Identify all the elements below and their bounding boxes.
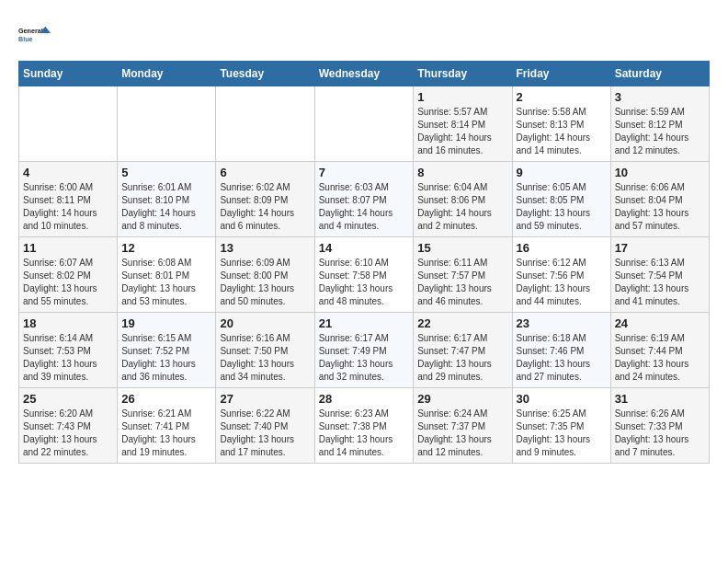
day-number: 2 [517, 90, 607, 104]
calendar-cell: 12Sunrise: 6:08 AM Sunset: 8:01 PM Dayli… [118, 237, 216, 313]
day-number: 8 [417, 166, 507, 179]
day-info: Sunrise: 6:12 AM Sunset: 7:56 PM Dayligh… [517, 257, 607, 308]
logo-icon: GeneralBlue [18, 18, 51, 52]
day-info: Sunrise: 6:05 AM Sunset: 8:05 PM Dayligh… [517, 181, 607, 233]
calendar-cell: 30Sunrise: 6:25 AM Sunset: 7:35 PM Dayli… [512, 388, 610, 464]
svg-text:General: General [18, 27, 43, 35]
calendar-cell: 13Sunrise: 6:09 AM Sunset: 8:00 PM Dayli… [216, 237, 314, 313]
day-info: Sunrise: 6:06 AM Sunset: 8:04 PM Dayligh… [615, 181, 705, 233]
day-info: Sunrise: 6:24 AM Sunset: 7:37 PM Dayligh… [417, 408, 507, 459]
weekday-header-row: SundayMondayTuesdayWednesdayThursdayFrid… [19, 62, 710, 86]
day-number: 28 [319, 392, 410, 406]
calendar-cell: 31Sunrise: 6:26 AM Sunset: 7:33 PM Dayli… [610, 388, 709, 464]
day-info: Sunrise: 6:23 AM Sunset: 7:38 PM Dayligh… [319, 408, 410, 459]
weekday-header-friday: Friday [512, 62, 610, 86]
calendar-cell [19, 86, 118, 162]
day-number: 11 [23, 241, 113, 255]
weekday-header-saturday: Saturday [610, 62, 709, 86]
weekday-header-tuesday: Tuesday [216, 62, 314, 86]
day-number: 20 [220, 316, 310, 330]
weekday-header-monday: Monday [118, 62, 216, 86]
calendar-cell: 6Sunrise: 6:02 AM Sunset: 8:09 PM Daylig… [216, 162, 314, 237]
day-info: Sunrise: 6:22 AM Sunset: 7:40 PM Dayligh… [220, 408, 310, 459]
calendar-cell: 29Sunrise: 6:24 AM Sunset: 7:37 PM Dayli… [414, 388, 512, 464]
day-number: 13 [220, 241, 310, 255]
day-info: Sunrise: 6:19 AM Sunset: 7:44 PM Dayligh… [615, 332, 705, 384]
svg-text:Blue: Blue [18, 35, 33, 43]
day-number: 17 [615, 241, 705, 255]
day-info: Sunrise: 6:04 AM Sunset: 8:06 PM Dayligh… [417, 181, 507, 233]
day-info: Sunrise: 5:57 AM Sunset: 8:14 PM Dayligh… [417, 106, 507, 157]
calendar-cell: 19Sunrise: 6:15 AM Sunset: 7:52 PM Dayli… [118, 313, 216, 388]
logo: GeneralBlue [18, 18, 51, 52]
day-number: 5 [121, 166, 211, 179]
calendar-body: 1Sunrise: 5:57 AM Sunset: 8:14 PM Daylig… [19, 86, 710, 464]
calendar-cell: 7Sunrise: 6:03 AM Sunset: 8:07 PM Daylig… [314, 162, 414, 237]
day-number: 14 [319, 241, 410, 255]
calendar-cell: 1Sunrise: 5:57 AM Sunset: 8:14 PM Daylig… [414, 86, 512, 162]
calendar-week-5: 25Sunrise: 6:20 AM Sunset: 7:43 PM Dayli… [19, 388, 710, 464]
calendar-cell: 15Sunrise: 6:11 AM Sunset: 7:57 PM Dayli… [414, 237, 512, 313]
calendar-cell: 22Sunrise: 6:17 AM Sunset: 7:47 PM Dayli… [414, 313, 512, 388]
day-number: 6 [220, 166, 310, 179]
calendar-cell: 10Sunrise: 6:06 AM Sunset: 8:04 PM Dayli… [610, 162, 709, 237]
day-number: 18 [23, 316, 113, 330]
day-info: Sunrise: 6:00 AM Sunset: 8:11 PM Dayligh… [23, 181, 113, 233]
weekday-header-wednesday: Wednesday [314, 62, 414, 86]
calendar-cell: 5Sunrise: 6:01 AM Sunset: 8:10 PM Daylig… [118, 162, 216, 237]
day-number: 26 [121, 392, 211, 406]
calendar-week-4: 18Sunrise: 6:14 AM Sunset: 7:53 PM Dayli… [19, 313, 710, 388]
day-number: 9 [517, 166, 607, 179]
day-number: 1 [417, 90, 507, 104]
weekday-header-sunday: Sunday [19, 62, 118, 86]
day-info: Sunrise: 6:16 AM Sunset: 7:50 PM Dayligh… [220, 332, 310, 384]
weekday-header-thursday: Thursday [414, 62, 512, 86]
calendar-cell: 26Sunrise: 6:21 AM Sunset: 7:41 PM Dayli… [118, 388, 216, 464]
day-info: Sunrise: 6:14 AM Sunset: 7:53 PM Dayligh… [23, 332, 113, 384]
day-info: Sunrise: 6:13 AM Sunset: 7:54 PM Dayligh… [615, 257, 705, 308]
day-info: Sunrise: 6:15 AM Sunset: 7:52 PM Dayligh… [121, 332, 211, 384]
day-number: 29 [417, 392, 507, 406]
day-number: 4 [23, 166, 113, 179]
calendar-week-2: 4Sunrise: 6:00 AM Sunset: 8:11 PM Daylig… [19, 162, 710, 237]
day-number: 21 [319, 316, 410, 330]
day-info: Sunrise: 6:17 AM Sunset: 7:47 PM Dayligh… [417, 332, 507, 384]
day-info: Sunrise: 6:20 AM Sunset: 7:43 PM Dayligh… [23, 408, 113, 459]
calendar-cell [216, 86, 314, 162]
calendar-cell: 25Sunrise: 6:20 AM Sunset: 7:43 PM Dayli… [19, 388, 118, 464]
day-number: 16 [517, 241, 607, 255]
calendar-cell [118, 86, 216, 162]
day-number: 27 [220, 392, 310, 406]
day-number: 10 [615, 166, 705, 179]
calendar-cell: 4Sunrise: 6:00 AM Sunset: 8:11 PM Daylig… [19, 162, 118, 237]
day-number: 15 [417, 241, 507, 255]
day-number: 23 [517, 316, 607, 330]
calendar-cell: 28Sunrise: 6:23 AM Sunset: 7:38 PM Dayli… [314, 388, 414, 464]
day-info: Sunrise: 6:11 AM Sunset: 7:57 PM Dayligh… [417, 257, 507, 308]
day-number: 7 [319, 166, 410, 179]
calendar-cell: 3Sunrise: 5:59 AM Sunset: 8:12 PM Daylig… [610, 86, 709, 162]
day-info: Sunrise: 6:03 AM Sunset: 8:07 PM Dayligh… [319, 181, 410, 233]
day-info: Sunrise: 6:18 AM Sunset: 7:46 PM Dayligh… [517, 332, 607, 384]
day-info: Sunrise: 6:07 AM Sunset: 8:02 PM Dayligh… [23, 257, 113, 308]
calendar-cell: 9Sunrise: 6:05 AM Sunset: 8:05 PM Daylig… [512, 162, 610, 237]
day-info: Sunrise: 6:10 AM Sunset: 7:58 PM Dayligh… [319, 257, 410, 308]
day-info: Sunrise: 6:01 AM Sunset: 8:10 PM Dayligh… [121, 181, 211, 233]
day-number: 24 [615, 316, 705, 330]
calendar-table: SundayMondayTuesdayWednesdayThursdayFrid… [18, 61, 710, 464]
day-info: Sunrise: 6:17 AM Sunset: 7:49 PM Dayligh… [319, 332, 410, 384]
calendar-cell: 2Sunrise: 5:58 AM Sunset: 8:13 PM Daylig… [512, 86, 610, 162]
calendar-cell: 23Sunrise: 6:18 AM Sunset: 7:46 PM Dayli… [512, 313, 610, 388]
calendar-cell: 18Sunrise: 6:14 AM Sunset: 7:53 PM Dayli… [19, 313, 118, 388]
day-info: Sunrise: 6:02 AM Sunset: 8:09 PM Dayligh… [220, 181, 310, 233]
day-info: Sunrise: 5:59 AM Sunset: 8:12 PM Dayligh… [615, 106, 705, 157]
calendar-cell: 11Sunrise: 6:07 AM Sunset: 8:02 PM Dayli… [19, 237, 118, 313]
day-number: 30 [517, 392, 607, 406]
calendar-week-3: 11Sunrise: 6:07 AM Sunset: 8:02 PM Dayli… [19, 237, 710, 313]
page-header: GeneralBlue [18, 18, 710, 52]
day-info: Sunrise: 6:25 AM Sunset: 7:35 PM Dayligh… [517, 408, 607, 459]
day-info: Sunrise: 6:21 AM Sunset: 7:41 PM Dayligh… [121, 408, 211, 459]
day-number: 19 [121, 316, 211, 330]
calendar-cell: 27Sunrise: 6:22 AM Sunset: 7:40 PM Dayli… [216, 388, 314, 464]
calendar-cell: 20Sunrise: 6:16 AM Sunset: 7:50 PM Dayli… [216, 313, 314, 388]
